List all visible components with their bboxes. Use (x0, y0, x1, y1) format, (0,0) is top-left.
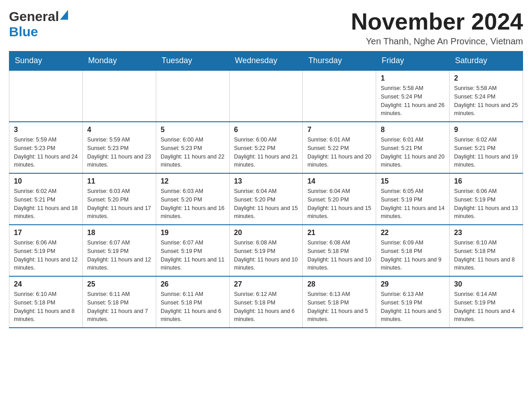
day-info: Sunrise: 6:09 AM Sunset: 5:18 PM Dayligh… (381, 239, 445, 272)
day-number: 30 (454, 280, 518, 288)
day-number: 7 (307, 126, 371, 134)
day-number: 9 (454, 126, 518, 134)
day-number: 17 (14, 229, 78, 237)
calendar-day-cell: 16Sunrise: 6:06 AM Sunset: 5:19 PM Dayli… (450, 173, 523, 225)
calendar-day-cell: 7Sunrise: 6:01 AM Sunset: 5:22 PM Daylig… (303, 122, 376, 173)
day-header-saturday: Saturday (450, 51, 523, 71)
calendar-day-cell: 26Sunrise: 6:11 AM Sunset: 5:18 PM Dayli… (156, 276, 229, 328)
calendar-day-cell (303, 70, 376, 122)
calendar-day-cell: 1Sunrise: 5:58 AM Sunset: 5:24 PM Daylig… (376, 70, 450, 122)
calendar-day-cell: 3Sunrise: 5:59 AM Sunset: 5:23 PM Daylig… (9, 122, 83, 173)
day-number: 21 (307, 229, 371, 237)
calendar-day-cell: 23Sunrise: 6:10 AM Sunset: 5:18 PM Dayli… (450, 225, 523, 276)
day-number: 14 (307, 177, 371, 185)
calendar-week-row: 17Sunrise: 6:06 AM Sunset: 5:19 PM Dayli… (9, 225, 523, 276)
calendar-day-cell: 10Sunrise: 6:02 AM Sunset: 5:21 PM Dayli… (9, 173, 83, 225)
calendar-week-row: 24Sunrise: 6:10 AM Sunset: 5:18 PM Dayli… (9, 276, 523, 328)
day-number: 3 (14, 126, 78, 134)
calendar-day-cell (9, 70, 83, 122)
calendar-day-cell: 17Sunrise: 6:06 AM Sunset: 5:19 PM Dayli… (9, 225, 83, 276)
day-info: Sunrise: 6:06 AM Sunset: 5:19 PM Dayligh… (454, 187, 518, 221)
day-header-wednesday: Wednesday (229, 51, 303, 71)
day-number: 25 (87, 280, 151, 288)
day-info: Sunrise: 6:02 AM Sunset: 5:21 PM Dayligh… (14, 187, 78, 221)
day-header-thursday: Thursday (303, 51, 376, 71)
calendar-day-cell (156, 70, 229, 122)
calendar-day-cell (229, 70, 303, 122)
svg-marker-0 (60, 10, 68, 20)
day-number: 15 (381, 177, 445, 185)
day-number: 22 (381, 229, 445, 237)
day-number: 23 (454, 229, 518, 237)
day-info: Sunrise: 6:02 AM Sunset: 5:21 PM Dayligh… (454, 136, 518, 169)
calendar-day-cell: 13Sunrise: 6:04 AM Sunset: 5:20 PM Dayli… (229, 173, 303, 225)
day-number: 27 (234, 280, 298, 288)
day-number: 24 (14, 280, 78, 288)
day-info: Sunrise: 6:10 AM Sunset: 5:18 PM Dayligh… (454, 239, 518, 272)
day-info: Sunrise: 5:58 AM Sunset: 5:24 PM Dayligh… (454, 84, 518, 118)
day-number: 1 (381, 74, 445, 82)
calendar-day-cell: 28Sunrise: 6:13 AM Sunset: 5:18 PM Dayli… (303, 276, 376, 328)
day-info: Sunrise: 6:07 AM Sunset: 5:19 PM Dayligh… (87, 239, 151, 272)
calendar-day-cell: 9Sunrise: 6:02 AM Sunset: 5:21 PM Daylig… (450, 122, 523, 173)
logo-general: General (9, 9, 59, 24)
day-header-tuesday: Tuesday (156, 51, 229, 71)
location-subtitle: Yen Thanh, Nghe An Province, Vietnam (351, 36, 523, 47)
logo: General Blue (9, 9, 68, 39)
calendar-week-row: 10Sunrise: 6:02 AM Sunset: 5:21 PM Dayli… (9, 173, 523, 225)
day-info: Sunrise: 6:14 AM Sunset: 5:19 PM Dayligh… (454, 290, 518, 324)
day-number: 28 (307, 280, 371, 288)
calendar-day-cell: 27Sunrise: 6:12 AM Sunset: 5:18 PM Dayli… (229, 276, 303, 328)
day-info: Sunrise: 6:04 AM Sunset: 5:20 PM Dayligh… (307, 187, 371, 221)
day-info: Sunrise: 5:59 AM Sunset: 5:23 PM Dayligh… (87, 136, 151, 169)
month-year-title: November 2024 (351, 9, 523, 34)
calendar-week-row: 1Sunrise: 5:58 AM Sunset: 5:24 PM Daylig… (9, 70, 523, 122)
calendar-day-cell: 5Sunrise: 6:00 AM Sunset: 5:23 PM Daylig… (156, 122, 229, 173)
day-info: Sunrise: 6:07 AM Sunset: 5:19 PM Dayligh… (161, 239, 225, 272)
calendar-day-cell: 29Sunrise: 6:13 AM Sunset: 5:19 PM Dayli… (376, 276, 450, 328)
day-info: Sunrise: 6:13 AM Sunset: 5:19 PM Dayligh… (381, 290, 445, 324)
day-number: 26 (161, 280, 225, 288)
day-number: 5 (161, 126, 225, 134)
day-number: 10 (14, 177, 78, 185)
calendar-day-cell: 12Sunrise: 6:03 AM Sunset: 5:20 PM Dayli… (156, 173, 229, 225)
day-info: Sunrise: 6:05 AM Sunset: 5:19 PM Dayligh… (381, 187, 445, 221)
logo-blue: Blue (9, 24, 38, 39)
calendar-day-cell (82, 70, 156, 122)
day-number: 13 (234, 177, 298, 185)
day-info: Sunrise: 6:01 AM Sunset: 5:22 PM Dayligh… (307, 136, 371, 169)
day-info: Sunrise: 6:00 AM Sunset: 5:23 PM Dayligh… (161, 136, 225, 169)
calendar-day-cell: 30Sunrise: 6:14 AM Sunset: 5:19 PM Dayli… (450, 276, 523, 328)
calendar-day-cell: 15Sunrise: 6:05 AM Sunset: 5:19 PM Dayli… (376, 173, 450, 225)
day-info: Sunrise: 6:06 AM Sunset: 5:19 PM Dayligh… (14, 239, 78, 272)
calendar-day-cell: 25Sunrise: 6:11 AM Sunset: 5:18 PM Dayli… (82, 276, 156, 328)
day-number: 19 (161, 229, 225, 237)
calendar-table: SundayMondayTuesdayWednesdayThursdayFrid… (9, 51, 523, 328)
title-section: November 2024 Yen Thanh, Nghe An Provinc… (351, 9, 523, 47)
day-info: Sunrise: 6:12 AM Sunset: 5:18 PM Dayligh… (234, 290, 298, 324)
day-number: 8 (381, 126, 445, 134)
day-header-monday: Monday (82, 51, 156, 71)
calendar-day-cell: 11Sunrise: 6:03 AM Sunset: 5:20 PM Dayli… (82, 173, 156, 225)
day-info: Sunrise: 6:08 AM Sunset: 5:18 PM Dayligh… (307, 239, 371, 272)
calendar-week-row: 3Sunrise: 5:59 AM Sunset: 5:23 PM Daylig… (9, 122, 523, 173)
day-info: Sunrise: 6:11 AM Sunset: 5:18 PM Dayligh… (87, 290, 151, 324)
calendar-day-cell: 6Sunrise: 6:00 AM Sunset: 5:22 PM Daylig… (229, 122, 303, 173)
calendar-day-cell: 20Sunrise: 6:08 AM Sunset: 5:19 PM Dayli… (229, 225, 303, 276)
day-info: Sunrise: 6:11 AM Sunset: 5:18 PM Dayligh… (161, 290, 225, 324)
day-info: Sunrise: 6:03 AM Sunset: 5:20 PM Dayligh… (87, 187, 151, 221)
day-number: 4 (87, 126, 151, 134)
day-number: 11 (87, 177, 151, 185)
day-info: Sunrise: 6:03 AM Sunset: 5:20 PM Dayligh… (161, 187, 225, 221)
logo-arrow-icon (60, 10, 68, 21)
calendar-day-cell: 19Sunrise: 6:07 AM Sunset: 5:19 PM Dayli… (156, 225, 229, 276)
day-number: 20 (234, 229, 298, 237)
calendar-day-cell: 22Sunrise: 6:09 AM Sunset: 5:18 PM Dayli… (376, 225, 450, 276)
day-info: Sunrise: 6:00 AM Sunset: 5:22 PM Dayligh… (234, 136, 298, 169)
day-number: 2 (454, 74, 518, 82)
day-info: Sunrise: 6:04 AM Sunset: 5:20 PM Dayligh… (234, 187, 298, 221)
day-info: Sunrise: 6:08 AM Sunset: 5:19 PM Dayligh… (234, 239, 298, 272)
calendar-day-cell: 24Sunrise: 6:10 AM Sunset: 5:18 PM Dayli… (9, 276, 83, 328)
calendar-day-cell: 18Sunrise: 6:07 AM Sunset: 5:19 PM Dayli… (82, 225, 156, 276)
day-info: Sunrise: 6:10 AM Sunset: 5:18 PM Dayligh… (14, 290, 78, 324)
